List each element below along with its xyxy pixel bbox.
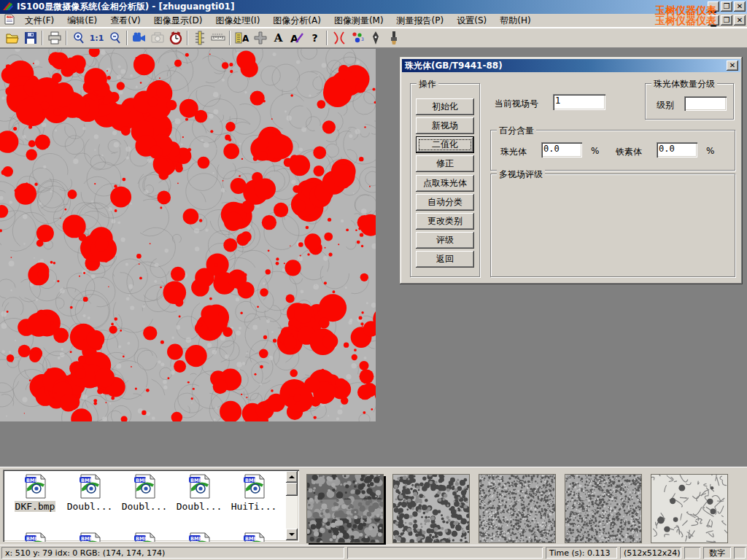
classify-dots-icon[interactable]: 3	[348, 29, 366, 47]
measure-text-icon[interactable]: A	[233, 29, 251, 47]
svg-text:BMP: BMP	[26, 536, 38, 542]
thumbnail-light-streaks[interactable]	[651, 474, 728, 543]
init-button[interactable]: 初始化	[416, 98, 474, 115]
actual-size-icon[interactable]: 1:1	[88, 29, 106, 47]
svg-text:BMP: BMP	[136, 536, 147, 542]
print-icon[interactable]	[45, 29, 63, 47]
file-item[interactable]: BMPDoubl...	[118, 474, 171, 512]
file-item[interactable]: BMPDKF.bmp	[9, 474, 61, 512]
svg-text:BMP: BMP	[136, 478, 147, 483]
binarize-button[interactable]: 二值化	[416, 136, 474, 153]
correct-button[interactable]: 修正	[416, 155, 474, 172]
file-name[interactable]: HuiTi...	[231, 501, 278, 512]
minimize-button[interactable]: ▁	[708, 1, 719, 12]
help-icon[interactable]: ?	[306, 29, 324, 47]
menu-report[interactable]: 测量报告(P)	[391, 13, 450, 28]
document-icon[interactable]: DOC	[4, 14, 15, 27]
text-label-icon[interactable]: A	[269, 29, 287, 47]
text-edit-icon[interactable]: A	[287, 29, 306, 47]
file-item[interactable]: BMP	[173, 532, 225, 542]
svg-text:3: 3	[361, 36, 364, 42]
current-field-input[interactable]: 1	[553, 94, 605, 110]
file-name[interactable]: Doubl...	[66, 501, 114, 512]
file-name[interactable]: Doubl...	[176, 501, 223, 512]
restore-button[interactable]: ❐	[721, 1, 732, 12]
status-bar: x: 510 y: 79 idx: 0 RGB: (174, 174, 174)…	[0, 545, 747, 560]
svg-text:BMP: BMP	[245, 478, 257, 483]
toolbar-separator	[229, 31, 231, 45]
toolbar: 1:1AAA?3	[0, 28, 747, 48]
toolbar-separator	[126, 31, 128, 45]
current-field-label: 当前视场号	[495, 98, 538, 110]
file-item[interactable]: BMPDoubl...	[173, 474, 225, 512]
menu-file[interactable]: 文件(F)	[19, 13, 60, 28]
file-item[interactable]: BMP	[118, 532, 171, 542]
open-folder-icon[interactable]	[3, 29, 21, 47]
file-item[interactable]: BMPDoubl...	[63, 474, 116, 512]
grade-group-label: 珠光体数量分级	[651, 78, 717, 90]
mdi-restore-button[interactable]: ❐	[721, 15, 732, 26]
zoom-in-icon[interactable]	[69, 29, 88, 47]
menu-edit[interactable]: 编辑(E)	[61, 13, 103, 28]
thumbnail-medium-blotchy[interactable]	[392, 474, 470, 543]
menu-image-display[interactable]: 图像显示(D)	[148, 13, 209, 28]
vernier-caliper-icon[interactable]	[190, 29, 209, 47]
pen-tool-icon[interactable]	[366, 29, 384, 47]
save-icon[interactable]	[21, 29, 39, 47]
scroll-up-icon[interactable]	[286, 471, 298, 483]
pick-pearlite-button[interactable]: 点取珠光体	[416, 175, 474, 192]
auto-classify-button[interactable]: 自动分类	[416, 194, 474, 211]
menu-settings[interactable]: 设置(S)	[451, 13, 492, 28]
bmp-file-icon: BMP	[77, 474, 102, 499]
file-name[interactable]: Doubl...	[121, 501, 169, 512]
menu-image-analysis[interactable]: 图像分析(A)	[267, 13, 327, 28]
file-name[interactable]: DKF.bmp	[15, 501, 56, 512]
video-camera-icon[interactable]	[130, 29, 148, 47]
bmp-file-icon: BMP	[77, 532, 102, 542]
new-field-button[interactable]: 新视场	[416, 117, 474, 134]
menu-view[interactable]: 查看(V)	[104, 13, 147, 28]
menu-image-measure[interactable]: 图像测量(M)	[328, 13, 390, 28]
percent-group-label: 百分含量	[497, 125, 536, 137]
thumbnail-fine-speckle-2[interactable]	[565, 474, 642, 543]
dialog-close-button[interactable]: ✕	[727, 61, 738, 71]
time-status: Time (s): 0.113	[546, 547, 617, 559]
menu-image-processing[interactable]: 图像处理(I)	[209, 13, 266, 28]
ruler-icon[interactable]	[209, 29, 227, 47]
close-button[interactable]: ✕	[734, 1, 746, 12]
ferrite-input[interactable]: 0.0	[657, 142, 697, 158]
mdi-close-button[interactable]: ✕	[734, 15, 746, 26]
brush-tool-icon[interactable]	[384, 29, 403, 47]
thumbnail-fine-speckle[interactable]	[479, 474, 556, 543]
scrollbar-thumb[interactable]	[286, 483, 298, 496]
pearlite-input[interactable]: 0.0	[541, 142, 582, 158]
scroll-down-icon[interactable]	[286, 529, 298, 540]
pan-cross-icon[interactable]	[251, 29, 269, 47]
pearlite-dialog: 珠光体(GB/T9441-88) ✕ 操作 初始化 新视场 二值化 修正 点取珠…	[400, 57, 743, 284]
toolbar-separator	[326, 31, 328, 45]
menu-help[interactable]: 帮助(H)	[494, 13, 536, 28]
micrograph-image[interactable]	[0, 49, 376, 421]
toolbar-separator	[42, 31, 43, 45]
thumbnail-dark-coarse[interactable]	[306, 474, 384, 543]
file-item[interactable]: BMP	[63, 532, 116, 542]
change-class-button[interactable]: 更改类别	[416, 213, 474, 230]
spare-status-panel-3	[734, 547, 746, 559]
bmp-file-icon: BMP	[241, 474, 266, 499]
return-button[interactable]: 返回	[416, 251, 474, 268]
curve-tool-icon[interactable]	[330, 29, 348, 47]
zoom-out-icon[interactable]	[106, 29, 124, 47]
mdi-minimize-button[interactable]: ▁	[708, 15, 719, 26]
file-item[interactable]: BMP	[9, 532, 61, 542]
grade-input[interactable]	[684, 96, 727, 111]
bmp-file-icon: BMP	[23, 474, 47, 499]
multifield-group: 多视场评级	[490, 174, 735, 277]
dialog-title-bar: 珠光体(GB/T9441-88) ✕	[402, 59, 740, 72]
file-item[interactable]: BMPHuiTi...	[228, 474, 280, 512]
still-camera-icon[interactable]	[148, 29, 166, 47]
toolbar-separator	[66, 31, 67, 45]
file-vscrollbar[interactable]	[286, 471, 298, 540]
timer-icon[interactable]	[166, 29, 185, 47]
file-item[interactable]: BMP	[228, 532, 280, 542]
rate-button[interactable]: 评级	[416, 232, 474, 249]
